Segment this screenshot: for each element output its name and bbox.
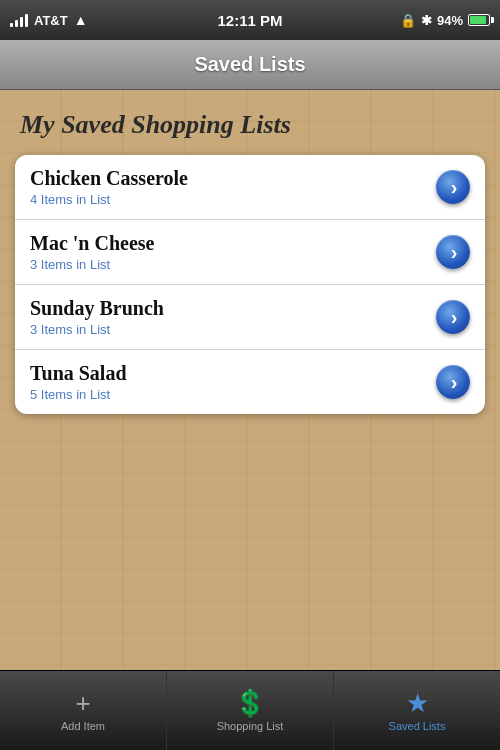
list-item-count: 3 Items in List xyxy=(30,257,154,272)
signal-bars xyxy=(10,13,28,27)
tab-add-item[interactable]: +Add Item xyxy=(0,671,167,750)
list-container: Chicken Casserole 4 Items in List Mac 'n… xyxy=(15,155,485,414)
saved-lists-label: Saved Lists xyxy=(389,720,446,732)
list-item-arrow[interactable] xyxy=(436,170,470,204)
list-item-text: Tuna Salad 5 Items in List xyxy=(30,362,127,402)
signal-bar-4 xyxy=(25,14,28,27)
list-item-arrow[interactable] xyxy=(436,365,470,399)
list-item-count: 4 Items in List xyxy=(30,192,188,207)
section-title: My Saved Shopping Lists xyxy=(15,110,485,140)
nav-bar: Saved Lists xyxy=(0,40,500,90)
bluetooth-icon: ✱ xyxy=(421,13,432,28)
main-content: My Saved Shopping Lists Chicken Casserol… xyxy=(0,90,500,670)
list-item-name: Sunday Brunch xyxy=(30,297,164,320)
nav-title: Saved Lists xyxy=(194,53,305,76)
list-item-name: Mac 'n Cheese xyxy=(30,232,154,255)
carrier-label: AT&T xyxy=(34,13,68,28)
status-right: 🔒 ✱ 94% xyxy=(400,13,490,28)
list-item-name: Tuna Salad xyxy=(30,362,127,385)
status-bar: AT&T ▲ 12:11 PM 🔒 ✱ 94% xyxy=(0,0,500,40)
wifi-icon: ▲ xyxy=(74,12,88,28)
status-time: 12:11 PM xyxy=(217,12,282,29)
list-item-text: Sunday Brunch 3 Items in List xyxy=(30,297,164,337)
battery-indicator xyxy=(468,14,490,26)
saved-lists-icon: ★ xyxy=(406,690,429,716)
add-item-label: Add Item xyxy=(61,720,105,732)
shopping-list-icon: 💲 xyxy=(234,690,266,716)
tab-shopping-list[interactable]: 💲Shopping List xyxy=(167,671,334,750)
list-item-text: Mac 'n Cheese 3 Items in List xyxy=(30,232,154,272)
list-item-text: Chicken Casserole 4 Items in List xyxy=(30,167,188,207)
signal-bar-1 xyxy=(10,23,13,27)
add-item-icon: + xyxy=(75,690,90,716)
status-left: AT&T ▲ xyxy=(10,12,88,28)
battery-percent: 94% xyxy=(437,13,463,28)
tab-bar: +Add Item💲Shopping List★Saved Lists xyxy=(0,670,500,750)
shopping-list-label: Shopping List xyxy=(217,720,284,732)
tab-saved-lists[interactable]: ★Saved Lists xyxy=(334,671,500,750)
signal-bar-2 xyxy=(15,20,18,27)
list-item-name: Chicken Casserole xyxy=(30,167,188,190)
signal-bar-3 xyxy=(20,17,23,27)
lock-icon: 🔒 xyxy=(400,13,416,28)
list-item[interactable]: Sunday Brunch 3 Items in List xyxy=(15,285,485,350)
list-item-count: 5 Items in List xyxy=(30,387,127,402)
battery-body xyxy=(468,14,490,26)
list-item[interactable]: Mac 'n Cheese 3 Items in List xyxy=(15,220,485,285)
list-item-count: 3 Items in List xyxy=(30,322,164,337)
list-item-arrow[interactable] xyxy=(436,235,470,269)
battery-fill xyxy=(470,16,486,24)
list-item[interactable]: Chicken Casserole 4 Items in List xyxy=(15,155,485,220)
list-item[interactable]: Tuna Salad 5 Items in List xyxy=(15,350,485,414)
list-item-arrow[interactable] xyxy=(436,300,470,334)
